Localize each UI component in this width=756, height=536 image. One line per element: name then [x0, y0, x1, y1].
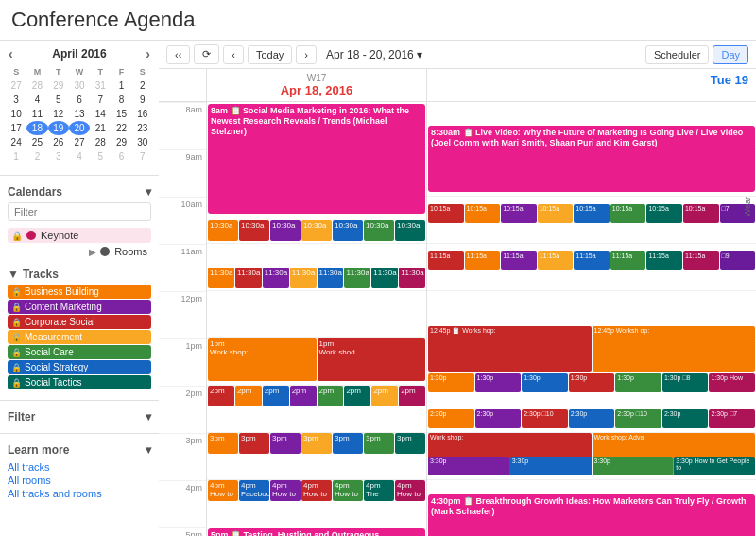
event-130-5[interactable]: 1:30p: [615, 373, 662, 392]
cal-day[interactable]: 20: [69, 121, 90, 135]
event-breakthrough[interactable]: 4:30pm 📋 Breakthrough Growth Ideas: How …: [428, 494, 755, 536]
event-4pm-4[interactable]: 4pm How to: [301, 480, 332, 501]
calendars-section-header[interactable]: Calendars ▾: [8, 185, 151, 199]
event-1245-workshop-2[interactable]: 12:45p Worksh op:: [593, 326, 756, 372]
learn-more-section-header[interactable]: Learn more ▾: [8, 443, 151, 457]
event-1130-8[interactable]: 11:30a: [399, 268, 425, 288]
track-item-social-tactics[interactable]: 🔒 Social Tactics: [8, 375, 151, 389]
cal-day[interactable]: 26: [48, 135, 69, 149]
event-1030-5[interactable]: 10:30a: [333, 220, 363, 241]
event-1115-2[interactable]: 11:15a: [465, 251, 501, 270]
cal-day[interactable]: 2: [132, 78, 153, 93]
cal-day[interactable]: 27: [69, 135, 90, 149]
cal-day[interactable]: 30: [132, 135, 153, 149]
event-1030-3[interactable]: 10:30a: [270, 220, 301, 241]
event-1015-1[interactable]: 10:15a: [428, 204, 464, 223]
cal-day[interactable]: 25: [26, 135, 47, 149]
scheduler-btn[interactable]: Scheduler: [645, 45, 710, 64]
event-live-video[interactable]: 8:30am 📋 Live Video: Why the Future of M…: [428, 126, 755, 192]
event-330-1[interactable]: 3:30p: [428, 457, 509, 475]
cal-day[interactable]: 18: [26, 121, 47, 135]
cal-day[interactable]: 21: [90, 121, 111, 135]
event-230-7[interactable]: 2:30p □7: [709, 409, 755, 428]
event-330-3[interactable]: 3:30p: [593, 457, 674, 475]
cal-day[interactable]: 11: [26, 107, 47, 121]
event-1015-7[interactable]: 10:15a: [646, 204, 682, 223]
event-3pm-4[interactable]: 3pm: [301, 433, 332, 454]
event-230-6[interactable]: 2:30p: [662, 409, 709, 428]
all-tracks-rooms-link[interactable]: All tracks and rooms: [8, 487, 151, 500]
all-rooms-link[interactable]: All rooms: [8, 474, 151, 487]
event-4pm-2[interactable]: 4pm Faceboo: [239, 480, 269, 501]
event-5pm-testing[interactable]: 5pm 📋 Testing, Hustling and Outrageous T…: [208, 528, 425, 536]
cal-day[interactable]: 19: [48, 121, 69, 135]
cal-day[interactable]: 6: [69, 93, 90, 107]
event-2pm-3[interactable]: 2pm: [263, 386, 289, 406]
event-1115-3[interactable]: 11:15a: [501, 251, 537, 270]
event-1115-9[interactable]: □9: [720, 251, 756, 270]
cal-day[interactable]: 2: [26, 149, 47, 164]
event-4pm-5[interactable]: 4pm How to: [333, 480, 363, 501]
event-1115-6[interactable]: 11:15a: [610, 251, 646, 270]
event-1130-1[interactable]: 11:30a: [208, 268, 234, 288]
prev-btn[interactable]: ‹: [223, 45, 244, 64]
event-3pm-1[interactable]: 3pm: [208, 433, 238, 454]
cal-day[interactable]: 5: [90, 149, 111, 164]
track-item-business[interactable]: 🔒 Business Building: [8, 285, 151, 299]
event-330-2[interactable]: 3:30p: [510, 457, 592, 475]
calendar-filter-input[interactable]: [8, 202, 151, 221]
event-1130-4[interactable]: 11:30a: [290, 268, 317, 288]
event-130-1[interactable]: 1:30p: [428, 373, 474, 392]
event-130-7[interactable]: 1:30p How: [709, 373, 755, 392]
filter-section-header[interactable]: Filter ▾: [8, 410, 151, 424]
cal-day[interactable]: 10: [6, 107, 26, 121]
cal-day[interactable]: 7: [132, 149, 153, 164]
cal-day[interactable]: 27: [6, 78, 26, 93]
track-item-measurement[interactable]: 🔒 Measurement: [8, 330, 151, 344]
event-1015-8[interactable]: 10:15a: [683, 204, 719, 223]
prev-month-btn[interactable]: ‹: [6, 46, 16, 61]
event-1115-7[interactable]: 11:15a: [646, 251, 682, 270]
cal-day[interactable]: 29: [111, 135, 131, 149]
event-2pm-1[interactable]: 2pm: [208, 386, 234, 406]
cal-day[interactable]: 15: [111, 107, 131, 121]
event-230-3[interactable]: 2:30p □10: [522, 409, 568, 428]
event-230-1[interactable]: 2:30p: [428, 409, 474, 428]
event-230-4[interactable]: 2:30p: [569, 409, 615, 428]
event-1030-6[interactable]: 10:30a: [364, 220, 394, 241]
cal-day[interactable]: 31: [90, 78, 111, 93]
event-2pm-4[interactable]: 2pm: [290, 386, 317, 406]
prev-period-btn[interactable]: ‹‹: [166, 45, 190, 64]
cal-day[interactable]: 14: [90, 107, 111, 121]
event-4pm-7[interactable]: 4pm How to: [395, 480, 425, 501]
event-1030-1[interactable]: 10:30a: [208, 220, 238, 241]
track-item-social-strategy[interactable]: 🔒 Social Strategy: [8, 360, 151, 374]
event-130-6[interactable]: 1:30p □8: [662, 373, 709, 392]
event-1130-2[interactable]: 11:30a: [235, 268, 262, 288]
cal-day[interactable]: 13: [69, 107, 90, 121]
event-1030-7[interactable]: 10:30a: [395, 220, 425, 241]
refresh-btn[interactable]: ⟳: [194, 44, 219, 64]
event-4pm-6[interactable]: 4pm The: [364, 480, 394, 501]
event-1130-6[interactable]: 11:30a: [344, 268, 370, 288]
cal-day[interactable]: 1: [6, 149, 26, 164]
event-230-2[interactable]: 2:30p: [475, 409, 522, 428]
all-tracks-link[interactable]: All tracks: [8, 460, 151, 474]
event-1015-6[interactable]: 10:15a: [610, 204, 646, 223]
day-btn[interactable]: Day: [713, 45, 748, 64]
event-1130-5[interactable]: 11:30a: [318, 268, 344, 288]
event-3pm-6[interactable]: 3pm: [364, 433, 394, 454]
event-130-2[interactable]: 1:30p: [475, 373, 522, 392]
event-1015-3[interactable]: 10:15a: [501, 204, 537, 223]
event-1115-8[interactable]: 11:15a: [683, 251, 719, 270]
next-month-btn[interactable]: ›: [143, 46, 153, 61]
event-2pm-7[interactable]: 2pm: [371, 386, 398, 406]
event-230-5[interactable]: 2:30p □10: [615, 409, 662, 428]
track-item-corporate[interactable]: 🔒 Corporate Social: [8, 315, 151, 329]
event-3pm-2[interactable]: 3pm: [239, 433, 269, 454]
rooms-calendar-item[interactable]: ▶ Rooms: [8, 244, 151, 259]
cal-day[interactable]: 16: [132, 107, 153, 121]
event-1030-2[interactable]: 10:30a: [239, 220, 269, 241]
cal-day[interactable]: 4: [69, 149, 90, 164]
keynote-calendar-item[interactable]: 🔒 Keynote: [8, 228, 151, 243]
